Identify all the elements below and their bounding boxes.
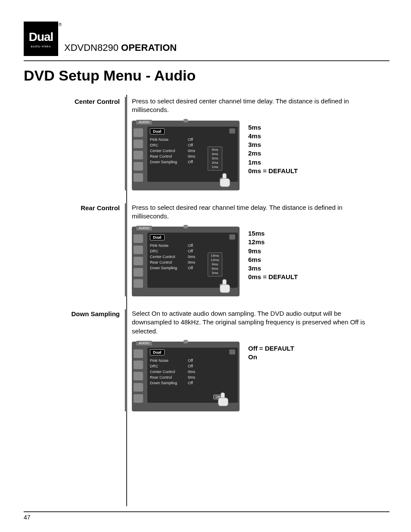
panel-logo: Dual — [150, 234, 165, 240]
side-icon — [134, 140, 143, 148]
menu-row-center: Center Control0ms — [150, 149, 235, 153]
brand-logo: ® Dual audio·video — [24, 22, 58, 56]
side-icon — [134, 173, 143, 182]
menu-row-rear: Rear Control0ms — [150, 375, 235, 380]
menu-row-down: Down SamplingOff — [150, 160, 235, 164]
side-icon — [134, 349, 143, 358]
section-rear-control: Rear Control Press to select desired rea… — [24, 203, 389, 297]
value-option: 6ms — [248, 255, 298, 264]
top-notch-icon — [184, 340, 188, 343]
value-list-center: 5ms 4ms 3ms 2ms 1ms 0ms = DEFAULT — [248, 121, 298, 176]
value-option: 12ms — [248, 238, 298, 246]
sidebar-icons — [134, 127, 145, 182]
menu-row-drc: DRCOff — [150, 143, 235, 147]
value-option: 15ms — [248, 229, 298, 238]
popup-options-rear: 15ms 12ms 9ms 6ms 3ms — [208, 252, 222, 277]
popup-options-center: 5ms 4ms 3ms 2ms 1ms — [208, 146, 222, 171]
side-icon — [134, 372, 143, 380]
side-icon — [134, 361, 143, 369]
value-option: 2ms — [248, 149, 298, 158]
value-option: 9ms — [248, 247, 298, 255]
value-option: 4ms — [248, 132, 298, 140]
page-title: DVD Setup Menu - Audio — [24, 67, 389, 84]
hand-pointer-icon — [219, 173, 232, 188]
menu-row-pinknoise: Pink NoiseOff — [150, 358, 235, 363]
sidebar-icons — [134, 233, 145, 288]
side-icon — [134, 151, 143, 159]
value-list-down: Off = DEFAULT On — [248, 342, 294, 362]
operation-label: OPERATION — [121, 42, 177, 53]
value-option: 3ms — [248, 140, 298, 149]
section-description: Select On to activate audio down samplin… — [132, 309, 373, 336]
section-description: Press to select desired center channel t… — [132, 97, 373, 115]
section-description: Press to select desired rear channel tim… — [132, 203, 373, 221]
menu-row-center: Center Control0ms — [150, 370, 235, 374]
menu-row-rear: Rear Control0ms — [150, 260, 235, 264]
menu-row-rear: Rear Control0ms — [150, 154, 235, 159]
menu-row-drc: DRCOff — [150, 364, 235, 368]
page-number: 47 — [24, 514, 389, 521]
top-notch-icon — [184, 225, 188, 228]
header-rule — [24, 60, 389, 61]
value-option: 5ms — [248, 123, 298, 132]
hand-pointer-icon — [219, 279, 232, 294]
side-icon — [134, 279, 143, 288]
side-icon — [134, 234, 143, 243]
section-label: Rear Control — [24, 203, 125, 297]
section-center-control: Center Control Press to select desired c… — [24, 97, 389, 190]
menu-row-pinknoise: Pink NoiseOff — [150, 243, 235, 248]
audio-tab: AUDIO — [136, 120, 152, 124]
top-notch-icon — [184, 119, 188, 122]
audio-tab: AUDIO — [136, 226, 152, 230]
screenshot-rear: AUDIO Dual Pink NoiseOff DRCOff — [132, 227, 240, 296]
panel-logo: Dual — [150, 128, 165, 134]
menu-row-down: Down SamplingOff — [150, 266, 235, 270]
menu-row-drc: DRCOff — [150, 249, 235, 253]
value-option: 0ms = DEFAULT — [248, 273, 298, 281]
value-option: 3ms — [248, 264, 298, 273]
value-option: 1ms — [248, 158, 298, 167]
menu-panel: Dual Pink NoiseOff DRCOff Center Control… — [147, 233, 238, 288]
menu-panel: Dual Pink NoiseOff DRCOff Center Control… — [147, 348, 238, 403]
registered-mark: ® — [59, 22, 62, 27]
screenshot-center: AUDIO Dual Pink NoiseOff DRCOff — [132, 121, 240, 190]
back-icon — [229, 349, 235, 355]
section-down-sampling: Down Sampling Select On to activate audi… — [24, 309, 389, 411]
page-header: ® Dual audio·video XDVDN8290 OPERATION — [24, 22, 389, 56]
sidebar-icons — [134, 348, 145, 403]
logo-text: Dual — [29, 30, 53, 44]
menu-panel: Dual Pink NoiseOff DRCOff Center Control… — [147, 127, 238, 182]
footer: 47 — [24, 511, 389, 521]
model-heading: XDVDN8290 OPERATION — [64, 42, 177, 56]
panel-logo: Dual — [150, 349, 165, 355]
side-icon — [134, 394, 143, 403]
back-icon — [229, 234, 235, 240]
menu-row-pinknoise: Pink NoiseOff — [150, 137, 235, 142]
side-icon — [134, 268, 143, 277]
menu-row-down: Down SamplingOff — [150, 381, 235, 385]
value-option: 0ms = DEFAULT — [248, 167, 298, 175]
side-icon — [134, 383, 143, 392]
side-icon — [134, 246, 143, 254]
screenshot-down: AUDIO Dual Pink NoiseOff DRCOff — [132, 342, 240, 411]
value-option: Off = DEFAULT — [248, 344, 294, 353]
value-list-rear: 15ms 12ms 9ms 6ms 3ms 0ms = DEFAULT — [248, 227, 298, 282]
hand-pointer-icon — [217, 392, 230, 407]
side-icon — [134, 162, 143, 171]
value-option: On — [248, 353, 294, 361]
logo-subtext: audio·video — [31, 45, 51, 48]
section-label: Down Sampling — [24, 309, 125, 411]
back-icon — [229, 128, 235, 134]
side-icon — [134, 257, 143, 265]
section-label: Center Control — [24, 97, 125, 190]
audio-tab: AUDIO — [136, 341, 152, 345]
footer-rule — [24, 511, 389, 512]
menu-row-center: Center Control0ms — [150, 255, 235, 259]
model-number: XDVDN8290 — [64, 42, 118, 53]
side-icon — [134, 128, 143, 137]
vertical-divider — [126, 95, 127, 506]
